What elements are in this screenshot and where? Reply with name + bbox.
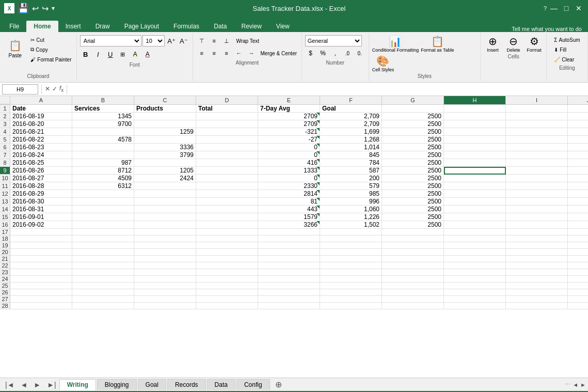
confirm-formula-icon[interactable]: ✓ [52, 85, 57, 92]
cell-B8[interactable]: 987 [72, 159, 134, 167]
cell-F21[interactable] [320, 256, 382, 262]
cell-J28[interactable] [568, 303, 588, 309]
cell-D27[interactable] [196, 296, 258, 303]
cell-A10[interactable]: 2016-08-27 [10, 175, 72, 182]
cell-G8[interactable]: 2500 [382, 159, 444, 167]
cell-J17[interactable] [568, 229, 588, 236]
cell-C12[interactable] [134, 190, 196, 198]
cell-F25[interactable] [320, 283, 382, 289]
cell-B9[interactable]: 8712 [72, 167, 134, 175]
cell-I16[interactable] [506, 221, 568, 229]
cell-J2[interactable] [568, 113, 588, 120]
cell-B15[interactable] [72, 213, 134, 221]
font-family-select[interactable]: Arial [80, 35, 141, 46]
cell-C14[interactable] [134, 206, 196, 213]
col-header-a[interactable]: A [10, 96, 72, 104]
cell-I10[interactable] [506, 175, 568, 182]
comma-button[interactable]: , [329, 48, 341, 59]
cell-F14[interactable]: 1,060 [320, 206, 382, 213]
cell-J20[interactable] [568, 249, 588, 256]
cell-D17[interactable] [196, 229, 258, 236]
cell-I21[interactable] [506, 256, 568, 262]
cell-J3[interactable] [568, 120, 588, 128]
cell-J6[interactable] [568, 144, 588, 151]
cell-H16[interactable] [444, 221, 506, 229]
cell-C8[interactable] [134, 159, 196, 167]
cell-A24[interactable] [10, 276, 72, 283]
cell-I15[interactable] [506, 213, 568, 221]
cell-B26[interactable] [72, 289, 134, 296]
cell-G22[interactable] [382, 262, 444, 269]
cell-A21[interactable] [10, 256, 72, 262]
tell-me-input[interactable]: Tell me what you want to do [512, 26, 582, 32]
cell-D20[interactable] [196, 249, 258, 256]
cell-I7[interactable] [506, 151, 568, 159]
cell-I27[interactable] [506, 296, 568, 303]
cell-H25[interactable] [444, 283, 506, 289]
cell-J23[interactable] [568, 269, 588, 276]
cell-D4[interactable] [196, 128, 258, 136]
cell-I8[interactable] [506, 159, 568, 167]
sheet-tab-config[interactable]: Config [236, 379, 270, 390]
cell-A26[interactable] [10, 289, 72, 296]
cell-J15[interactable] [568, 213, 588, 221]
row-number-17[interactable]: 17 [0, 229, 10, 236]
sheet-tab-goal[interactable]: Goal [138, 379, 166, 390]
cell-I19[interactable] [506, 242, 568, 249]
cell-F24[interactable] [320, 276, 382, 283]
cell-G1[interactable] [382, 105, 444, 113]
cell-C28[interactable] [134, 303, 196, 309]
cell-J11[interactable] [568, 182, 588, 190]
cell-G5[interactable]: 2500 [382, 136, 444, 144]
cell-E6[interactable]: 0 [258, 144, 320, 151]
align-center-button[interactable]: ≡ [209, 48, 220, 59]
cell-E28[interactable] [258, 303, 320, 309]
cell-A17[interactable] [10, 229, 72, 236]
cell-B23[interactable] [72, 269, 134, 276]
maximize-button[interactable]: □ [561, 3, 571, 13]
cell-C22[interactable] [134, 262, 196, 269]
cell-E23[interactable] [258, 269, 320, 276]
col-header-f[interactable]: F [320, 96, 382, 104]
cell-E12[interactable]: 2814 [258, 190, 320, 198]
cell-H26[interactable] [444, 289, 506, 296]
conditional-formatting-button[interactable]: 📊 Conditional Formatting [372, 35, 419, 53]
cell-B7[interactable] [72, 151, 134, 159]
cell-F20[interactable] [320, 249, 382, 256]
cell-C27[interactable] [134, 296, 196, 303]
cell-F19[interactable] [320, 242, 382, 249]
cell-D26[interactable] [196, 289, 258, 296]
cell-G19[interactable] [382, 242, 444, 249]
cell-E24[interactable] [258, 276, 320, 283]
cell-G27[interactable] [382, 296, 444, 303]
cell-F23[interactable] [320, 269, 382, 276]
cell-G26[interactable] [382, 289, 444, 296]
cell-H24[interactable] [444, 276, 506, 283]
cell-A6[interactable]: 2016-08-23 [10, 144, 72, 151]
cell-F2[interactable]: 2,709 [320, 113, 382, 120]
cell-G24[interactable] [382, 276, 444, 283]
cell-H8[interactable] [444, 159, 506, 167]
row-number-1[interactable]: 1 [0, 105, 10, 113]
row-number-18[interactable]: 18 [0, 236, 10, 242]
cell-H23[interactable] [444, 269, 506, 276]
row-number-5[interactable]: 5 [0, 136, 10, 144]
cell-H12[interactable] [444, 190, 506, 198]
cell-A13[interactable]: 2016-08-30 [10, 198, 72, 206]
cell-E19[interactable] [258, 242, 320, 249]
cell-G28[interactable] [382, 303, 444, 309]
tab-formulas[interactable]: Formulas [166, 21, 206, 32]
cell-I2[interactable] [506, 113, 568, 120]
underline-button[interactable]: U [105, 49, 116, 60]
cell-J7[interactable] [568, 151, 588, 159]
cell-F27[interactable] [320, 296, 382, 303]
cell-C4[interactable]: 1259 [134, 128, 196, 136]
cell-I14[interactable] [506, 206, 568, 213]
cell-G20[interactable] [382, 249, 444, 256]
cell-G14[interactable]: 2500 [382, 206, 444, 213]
cell-D25[interactable] [196, 283, 258, 289]
cell-E13[interactable]: 81 [258, 198, 320, 206]
cell-H20[interactable] [444, 249, 506, 256]
cell-G17[interactable] [382, 229, 444, 236]
bold-button[interactable]: B [80, 49, 91, 60]
